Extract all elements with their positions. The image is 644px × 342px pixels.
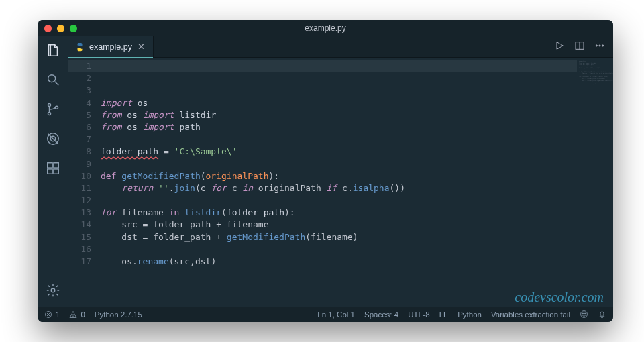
svg-rect-8 xyxy=(54,163,58,168)
code-line[interactable] xyxy=(101,292,577,304)
editor-group: example.py ✕ 1234567891011121314151617 i… xyxy=(68,36,613,307)
title-bar: example.py xyxy=(38,20,613,36)
traffic-lights xyxy=(44,25,77,32)
close-window-button[interactable] xyxy=(44,25,52,32)
line-number: 2 xyxy=(68,72,91,84)
svg-line-1 xyxy=(55,82,59,86)
line-number: 10 xyxy=(68,170,91,182)
run-icon[interactable] xyxy=(554,40,565,54)
svg-rect-7 xyxy=(48,163,52,168)
svg-marker-12 xyxy=(557,42,563,49)
extensions-icon[interactable] xyxy=(46,161,60,178)
status-cursor[interactable]: Ln 1, Col 1 xyxy=(317,310,355,319)
status-interpreter[interactable]: Python 2.7.15 xyxy=(95,310,142,319)
line-number: 6 xyxy=(68,121,91,133)
code-line[interactable]: os.rename(src,dst) xyxy=(101,255,577,268)
code-line[interactable]: from os import listdir xyxy=(101,109,577,121)
status-bar: 1 0 Python 2.7.15 Ln 1, Col 1 Spaces: 4 … xyxy=(38,307,613,322)
status-spaces[interactable]: Spaces: 4 xyxy=(364,310,398,319)
status-eol[interactable]: LF xyxy=(439,310,448,319)
python-file-icon xyxy=(75,42,85,52)
tab-label: example.py xyxy=(89,42,132,52)
explorer-icon[interactable] xyxy=(46,43,60,60)
svg-point-23 xyxy=(581,310,588,317)
line-number: 14 xyxy=(68,219,91,231)
split-editor-icon[interactable] xyxy=(574,40,585,54)
code-area[interactable]: import osfrom os import listdirfrom os i… xyxy=(101,58,577,307)
code-line[interactable] xyxy=(101,133,577,146)
line-number-gutter: 1234567891011121314151617 xyxy=(68,58,101,307)
line-number: 5 xyxy=(68,109,91,121)
svg-rect-10 xyxy=(54,169,58,174)
line-number: 17 xyxy=(68,255,91,268)
svg-point-3 xyxy=(48,112,50,115)
svg-point-22 xyxy=(73,317,74,317)
line-number: 7 xyxy=(68,133,91,146)
line-number: 8 xyxy=(68,146,91,158)
svg-point-17 xyxy=(602,44,604,46)
line-number: 12 xyxy=(68,194,91,207)
current-line-highlight xyxy=(68,60,613,72)
svg-point-4 xyxy=(55,106,58,109)
line-number: 3 xyxy=(68,84,91,97)
svg-point-25 xyxy=(585,312,586,313)
status-encoding[interactable]: UTF-8 xyxy=(408,310,430,319)
line-number: 9 xyxy=(68,158,91,170)
status-extra[interactable]: Variables extraction fail xyxy=(491,310,570,319)
code-line[interactable]: dst = folder_path + getModifiedPath(file… xyxy=(101,231,577,243)
status-language[interactable]: Python xyxy=(458,310,482,319)
editor-actions xyxy=(554,36,613,57)
minimize-window-button[interactable] xyxy=(57,25,64,32)
minimap[interactable]: import osfrom os import listdirfrom os i… xyxy=(577,58,613,307)
code-line[interactable]: for filename in listdir(folder_path): xyxy=(101,207,577,219)
svg-point-0 xyxy=(48,75,56,82)
code-line[interactable]: import os xyxy=(101,97,577,109)
status-errors-count: 1 xyxy=(56,310,60,319)
svg-point-2 xyxy=(48,104,50,107)
vscode-window: example.py xyxy=(38,20,613,322)
code-line[interactable]: def getModifiedPath(originalPath): xyxy=(101,170,577,182)
line-number: 16 xyxy=(68,243,91,255)
tab-example-py[interactable]: example.py ✕ xyxy=(68,36,154,57)
tab-bar: example.py ✕ xyxy=(68,36,613,58)
line-number: 4 xyxy=(68,97,91,109)
window-title: example.py xyxy=(38,23,613,33)
bell-icon[interactable] xyxy=(598,310,606,320)
settings-gear-icon[interactable] xyxy=(46,283,60,300)
line-number: 15 xyxy=(68,231,91,243)
line-number: 1 xyxy=(68,60,91,72)
maximize-window-button[interactable] xyxy=(70,25,77,32)
status-errors[interactable]: 1 xyxy=(44,310,60,319)
code-line[interactable]: folder_path = 'C:\Sample\' xyxy=(101,146,577,158)
code-line[interactable] xyxy=(101,243,577,255)
feedback-icon[interactable] xyxy=(580,310,588,320)
svg-point-24 xyxy=(582,312,583,313)
window-body: example.py ✕ 1234567891011121314151617 i… xyxy=(38,36,613,307)
code-line[interactable] xyxy=(101,158,577,170)
svg-point-15 xyxy=(596,44,597,46)
line-number: 11 xyxy=(68,182,91,194)
code-line[interactable]: from os import path xyxy=(101,121,577,133)
search-icon[interactable] xyxy=(46,72,60,90)
svg-point-16 xyxy=(599,44,600,46)
more-actions-icon[interactable] xyxy=(594,40,605,54)
debug-icon[interactable] xyxy=(46,131,60,149)
code-line[interactable] xyxy=(101,268,577,280)
status-warnings[interactable]: 0 xyxy=(69,310,85,319)
status-warnings-count: 0 xyxy=(80,310,85,319)
code-line[interactable]: src = folder_path + filename xyxy=(101,219,577,231)
activity-bar xyxy=(38,36,68,307)
line-number: 13 xyxy=(68,207,91,219)
close-tab-icon[interactable]: ✕ xyxy=(137,42,146,52)
code-line[interactable]: return ''.join(c for c in originalPath i… xyxy=(101,182,577,194)
svg-point-11 xyxy=(51,288,55,292)
code-line[interactable] xyxy=(101,280,577,292)
editor[interactable]: 1234567891011121314151617 import osfrom … xyxy=(68,58,613,307)
source-control-icon[interactable] xyxy=(46,102,60,119)
code-line[interactable] xyxy=(101,194,577,207)
svg-rect-9 xyxy=(48,169,52,174)
